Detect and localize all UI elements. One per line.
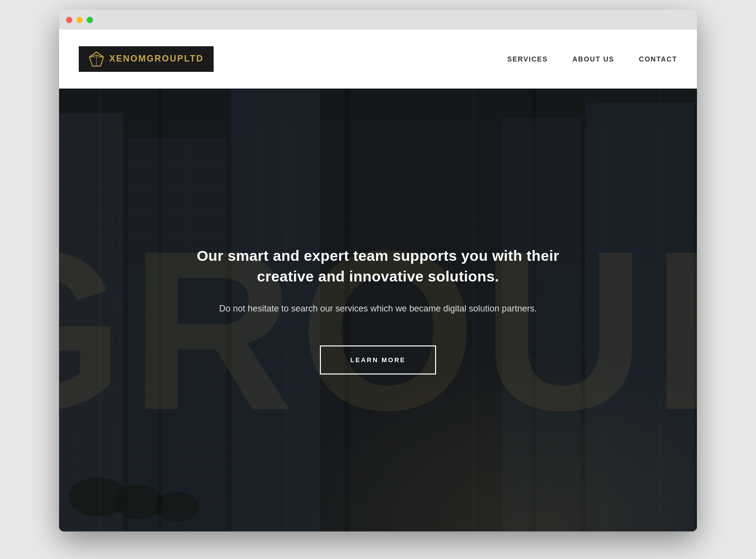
site-wrapper: XENOMGROUPLTD SERVICES ABOUT US CONTACT [59, 30, 697, 531]
learn-more-button[interactable]: LEARN MORE [320, 345, 436, 374]
site-header: XENOMGROUPLTD SERVICES ABOUT US CONTACT [59, 30, 697, 89]
browser-window: XENOMGROUPLTD SERVICES ABOUT US CONTACT [59, 10, 697, 531]
logo-text: XENOMGROUPLTD [109, 54, 204, 64]
logo[interactable]: XENOMGROUPLTD [79, 46, 214, 72]
minimize-button[interactable] [76, 17, 83, 23]
diamond-icon [89, 51, 104, 67]
hero-section: GROUP Our smart and expert team supports… [59, 89, 697, 531]
titlebar [59, 10, 697, 30]
maximize-button[interactable] [87, 17, 93, 23]
close-button[interactable] [66, 17, 72, 23]
svg-point-33 [155, 492, 199, 522]
main-nav: SERVICES ABOUT US CONTACT [507, 55, 677, 63]
nav-contact[interactable]: CONTACT [639, 55, 677, 63]
svg-point-32 [113, 485, 162, 519]
nav-services[interactable]: SERVICES [507, 55, 548, 63]
nav-about[interactable]: ABOUT US [572, 55, 614, 63]
hero-headline: Our smart and expert team supports you w… [176, 246, 580, 287]
hero-content: Our smart and expert team supports you w… [157, 246, 599, 374]
hero-subtext: Do not hesitate to search our services w… [176, 302, 580, 316]
